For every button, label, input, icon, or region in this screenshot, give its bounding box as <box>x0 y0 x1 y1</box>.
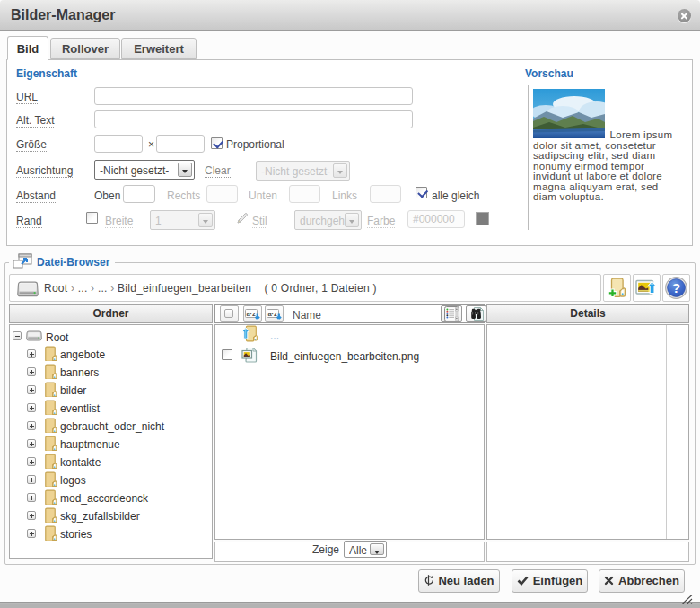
svg-text:?: ? <box>672 280 680 295</box>
svg-text:a·z: a·z <box>246 310 256 318</box>
svg-text:a·z: a·z <box>267 310 277 318</box>
